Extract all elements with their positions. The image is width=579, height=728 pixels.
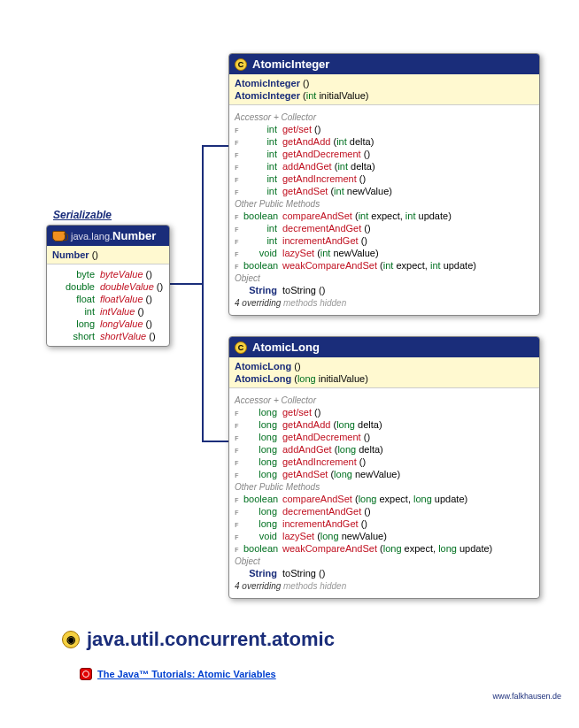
method-row: bytebyteValue () bbox=[47, 268, 169, 280]
method-group-label: Accessor + Collector bbox=[229, 111, 539, 123]
class-atomicinteger-ctors: AtomicInteger ()AtomicInteger (int initi… bbox=[229, 74, 539, 105]
method-row: FintaddAndGet (int delta) bbox=[229, 160, 539, 172]
method-row: FlongdecrementAndGet () bbox=[229, 505, 539, 517]
method-row: FbooleancompareAndSet (int expect, int u… bbox=[229, 210, 539, 222]
method-row: FbooleanweakCompareAndSet (long expect, … bbox=[229, 542, 539, 555]
constructor-row: AtomicInteger (int initialValue) bbox=[235, 89, 534, 102]
method-row: FvoidlazySet (int newValue) bbox=[229, 247, 539, 259]
class-atomicinteger-name: AtomicInteger bbox=[252, 57, 329, 71]
class-atomiclong-title: C AtomicLong bbox=[229, 337, 539, 357]
class-atomicinteger: C AtomicInteger AtomicInteger ()AtomicIn… bbox=[228, 53, 540, 316]
class-number-name: Number bbox=[112, 229, 156, 242]
method-row: FintgetAndAdd (int delta) bbox=[229, 135, 539, 148]
constructor-row: Number () bbox=[52, 249, 164, 261]
method-row: FlonggetAndDecrement () bbox=[229, 431, 539, 443]
method-row: FlonggetAndAdd (long delta) bbox=[229, 418, 539, 431]
method-row: FintgetAndIncrement () bbox=[229, 172, 539, 185]
method-row: FlongincrementAndGet () bbox=[229, 517, 539, 530]
method-group-label: Other Public Methods bbox=[229, 480, 539, 493]
method-row: StringtoString () bbox=[229, 567, 539, 579]
class-number-title: java.lang.Number bbox=[47, 226, 169, 246]
method-row: intintValue () bbox=[47, 305, 169, 318]
hidden-methods-note: 4 overriding methods hidden bbox=[229, 579, 539, 594]
package-title: ◉ java.util.concurrent.atomic bbox=[62, 628, 335, 651]
cup-icon bbox=[52, 231, 66, 241]
method-row: Fintget/set () bbox=[229, 123, 539, 135]
class-number-ctors: Number () bbox=[47, 246, 169, 264]
interface-serializable-label: Serializable bbox=[53, 209, 112, 221]
method-row: shortshortValue () bbox=[47, 330, 169, 342]
class-atomiclong-ctors: AtomicLong ()AtomicLong (long initialVal… bbox=[229, 357, 539, 388]
connector-h-from-number bbox=[170, 283, 204, 285]
class-number: java.lang.Number Number () bytebyteValue… bbox=[46, 225, 170, 347]
method-row: FintdecrementAndGet () bbox=[229, 222, 539, 234]
constructor-row: AtomicLong () bbox=[235, 360, 534, 372]
method-group-label: Accessor + Collector bbox=[229, 394, 539, 406]
method-group-label: Other Public Methods bbox=[229, 197, 539, 210]
hidden-methods-note: 4 overriding methods hidden bbox=[229, 296, 539, 311]
method-row: StringtoString () bbox=[229, 284, 539, 296]
connector-h-to-atomicinteger bbox=[202, 145, 228, 147]
connector-v-trunk bbox=[202, 145, 204, 442]
class-icon: C bbox=[235, 58, 247, 71]
package-icon: ◉ bbox=[62, 631, 80, 648]
method-row: FintgetAndDecrement () bbox=[229, 148, 539, 160]
tutorial-link-row: The Java™ Tutorials: Atomic Variables bbox=[80, 668, 276, 680]
footer-url: www.falkhausen.de bbox=[492, 692, 561, 701]
method-row: FlonggetAndIncrement () bbox=[229, 456, 539, 468]
method-row: FintgetAndSet (int newValue) bbox=[229, 185, 539, 197]
method-group-label: Object bbox=[229, 272, 539, 284]
tutorial-link[interactable]: The Java™ Tutorials: Atomic Variables bbox=[97, 669, 276, 679]
method-row: FlongaddAndGet (long delta) bbox=[229, 443, 539, 456]
package-title-text: java.util.concurrent.atomic bbox=[87, 628, 335, 651]
class-atomicinteger-title: C AtomicInteger bbox=[229, 54, 539, 74]
method-row: FbooleancompareAndSet (long expect, long… bbox=[229, 493, 539, 505]
class-atomiclong-name: AtomicLong bbox=[252, 341, 320, 354]
method-row: longlongValue () bbox=[47, 318, 169, 330]
class-icon: C bbox=[235, 341, 247, 354]
class-number-pkg: java.lang. bbox=[71, 231, 112, 241]
constructor-row: AtomicInteger () bbox=[235, 77, 534, 89]
method-row: FvoidlazySet (long newValue) bbox=[229, 530, 539, 542]
class-atomiclong: C AtomicLong AtomicLong ()AtomicLong (lo… bbox=[228, 336, 540, 599]
constructor-row: AtomicLong (long initialValue) bbox=[235, 372, 534, 385]
oracle-icon bbox=[80, 668, 92, 680]
method-group-label: Object bbox=[229, 555, 539, 567]
method-row: FlonggetAndSet (long newValue) bbox=[229, 468, 539, 480]
method-row: FbooleanweakCompareAndSet (int expect, i… bbox=[229, 259, 539, 272]
connector-h-to-atomiclong bbox=[202, 441, 228, 442]
method-row: Flongget/set () bbox=[229, 406, 539, 418]
method-row: floatfloatValue () bbox=[47, 293, 169, 305]
method-row: doubledoubleValue () bbox=[47, 280, 169, 293]
method-row: FintincrementAndGet () bbox=[229, 234, 539, 247]
